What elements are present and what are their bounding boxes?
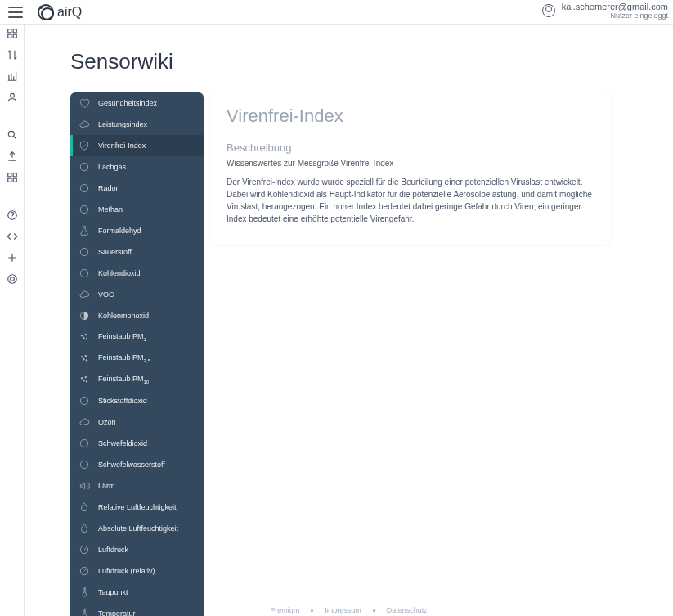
svg-point-24 — [85, 355, 87, 357]
heart-icon — [79, 97, 90, 109]
sidebar-item-label: Gesundheitsindex — [98, 99, 157, 107]
sensor-sidebar: GesundheitsindexLeistungsindexVirenfrei-… — [70, 92, 204, 616]
svg-rect-9 — [13, 178, 16, 182]
svg-point-11 — [7, 275, 16, 284]
svg-point-17 — [80, 269, 87, 277]
sidebar-item-ozon[interactable]: Ozon — [70, 411, 204, 433]
sidebar-item-absolute-luftfeuchtigkeit[interactable]: Absolute Luftfeuchtigkeit — [70, 518, 204, 539]
footer-dot-icon — [311, 609, 313, 612]
sidebar-item-leistungsindex[interactable]: Leistungsindex — [70, 114, 204, 135]
dashboard-icon[interactable] — [7, 28, 18, 39]
svg-rect-0 — [7, 29, 11, 33]
sidebar-item-gesundheitsindex[interactable]: Gesundheitsindex — [70, 92, 204, 114]
footer-impressum-link[interactable]: Impressum — [325, 606, 361, 614]
sidebar-item-voc[interactable]: VOC — [70, 284, 204, 305]
sidebar-item-radon[interactable]: Radon — [70, 178, 204, 199]
help-icon[interactable] — [7, 209, 18, 221]
compare-icon[interactable] — [7, 49, 18, 61]
svg-point-15 — [80, 205, 87, 213]
sidebar-item-label: Taupunkt — [98, 588, 128, 596]
circle-icon — [79, 438, 90, 449]
sidebar-item-virenfrei-index[interactable]: Virenfrei-Index — [70, 135, 204, 156]
apps-icon[interactable] — [7, 172, 18, 183]
menu-toggle-button[interactable] — [8, 7, 23, 18]
sidebar-item-label: VOC — [98, 290, 114, 299]
shield-icon — [79, 140, 90, 151]
sidebar-item-kohlendioxid[interactable]: Kohlendioxid — [70, 263, 204, 284]
sidebar-item-schwefeldioxid[interactable]: Schwefeldioxid — [70, 433, 204, 454]
sidebar-item-luftdruck-relativ-[interactable]: Luftdruck (relativ) — [70, 560, 204, 582]
svg-point-21 — [83, 337, 85, 339]
sidebar-item-luftdruck[interactable]: Luftdruck — [70, 539, 204, 560]
left-rail — [0, 25, 25, 616]
gauge-icon — [79, 565, 90, 577]
logo[interactable]: airQ — [38, 4, 82, 20]
sidebar-item-methan[interactable]: Methan — [70, 199, 204, 220]
footer: Premium Impressum Datenschutz — [25, 605, 673, 616]
add-icon[interactable] — [7, 252, 18, 263]
svg-point-26 — [86, 359, 87, 361]
cloud-icon — [79, 119, 90, 130]
svg-point-4 — [10, 93, 14, 97]
contrast-icon — [79, 310, 90, 321]
svg-rect-6 — [7, 173, 11, 177]
flask-icon — [79, 225, 90, 236]
svg-point-20 — [85, 334, 87, 335]
svg-point-31 — [80, 397, 87, 404]
article-title: Virenfrei-Index — [227, 106, 594, 127]
gauge-icon — [79, 544, 90, 555]
circle-icon — [79, 161, 90, 173]
sidebar-item-lachgas[interactable]: Lachgas — [70, 156, 204, 178]
sidebar-item-label: Sauerstoff — [98, 248, 132, 256]
sidebar-item-formaldehyd[interactable]: Formaldehyd — [70, 220, 204, 241]
sidebar-item-relative-luftfeuchtigkeit[interactable]: Relative Luftfeuchtigkeit — [70, 497, 204, 518]
svg-point-29 — [83, 380, 85, 381]
search-icon[interactable] — [7, 129, 18, 141]
logo-icon — [38, 4, 54, 20]
sidebar-item-label: Ozon — [98, 418, 116, 426]
sidebar-item-label: Schwefeldioxid — [98, 439, 147, 447]
footer-datenschutz-link[interactable]: Datenschutz — [387, 606, 428, 614]
sidebar-item-sauerstoff[interactable]: Sauerstoff — [70, 241, 204, 263]
sidebar-item-stickstoffdioxid[interactable]: Stickstoffdioxid — [70, 390, 204, 411]
sidebar-item-label: Schwefelwasserstoff — [98, 461, 165, 469]
user-status: Nutzer eingeloggt — [562, 11, 668, 20]
svg-rect-8 — [7, 178, 11, 182]
sidebar-item-taupunkt[interactable]: Taupunkt — [70, 582, 204, 603]
sidebar-item-feinstaub-pm-[interactable]: Feinstaub PM1 — [70, 326, 204, 348]
thermo-icon — [79, 587, 90, 598]
user-block[interactable]: kai.schemerer@gmail.com Nutzer eingelogg… — [542, 2, 668, 20]
cloud-icon — [79, 416, 90, 428]
svg-point-13 — [80, 163, 87, 170]
circle-icon — [79, 204, 90, 215]
sidebar-item-label: Virenfrei-Index — [98, 142, 146, 150]
upload-icon[interactable] — [7, 151, 18, 162]
svg-rect-2 — [7, 34, 11, 38]
sidebar-item-label: Absolute Luftfeuchtigkeit — [98, 524, 178, 533]
content-row: GesundheitsindexLeistungsindexVirenfrei-… — [70, 92, 642, 616]
sidebar-item-label: Kohlendioxid — [98, 269, 141, 277]
user-text: kai.schemerer@gmail.com Nutzer eingelogg… — [562, 2, 668, 20]
sidebar-item-schwefelwasserstoff[interactable]: Schwefelwasserstoff — [70, 454, 204, 475]
sidebar-item-l-rm[interactable]: Lärm — [70, 475, 204, 497]
footer-dot-icon — [373, 609, 375, 612]
topbar: airQ kai.schemerer@gmail.com Nutzer eing… — [0, 0, 673, 25]
sidebar-item-label: Feinstaub PM10 — [98, 375, 149, 384]
sidebar-item-feinstaub-pm-[interactable]: Feinstaub PM2,5 — [70, 348, 204, 369]
drop-icon — [79, 501, 90, 513]
svg-point-27 — [81, 377, 83, 379]
cloud-icon — [79, 289, 90, 300]
code-icon[interactable] — [7, 231, 18, 242]
sidebar-item-kohlenmonoxid[interactable]: Kohlenmonoxid — [70, 305, 204, 326]
svg-rect-3 — [13, 34, 16, 38]
target-icon[interactable] — [7, 273, 18, 285]
dots-icon — [79, 331, 90, 343]
sidebar-item-feinstaub-pm-[interactable]: Feinstaub PM10 — [70, 369, 204, 390]
chart-icon[interactable] — [7, 70, 18, 82]
svg-point-19 — [81, 335, 83, 336]
sidebar-item-label: Formaldehyd — [98, 227, 141, 235]
person-icon[interactable] — [7, 92, 18, 103]
dots-icon — [79, 374, 90, 385]
sound-icon — [79, 480, 90, 492]
sidebar-item-label: Feinstaub PM2,5 — [98, 353, 150, 363]
